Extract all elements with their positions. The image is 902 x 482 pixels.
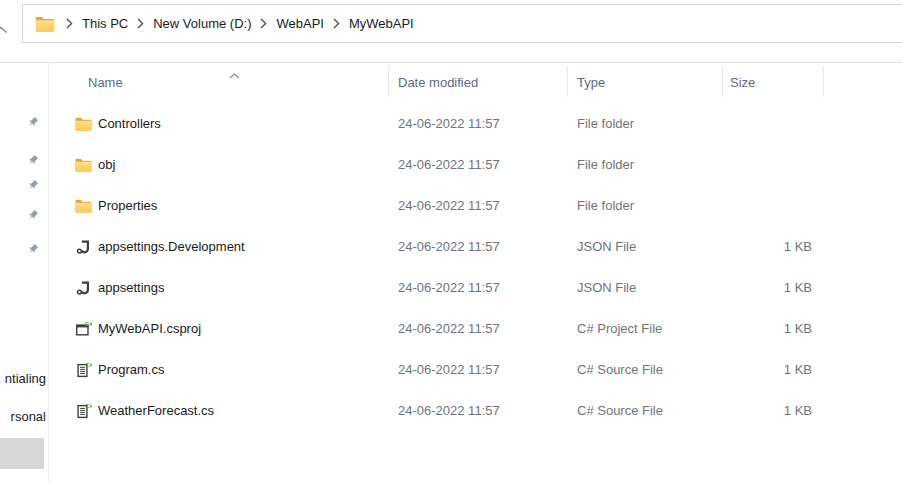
file-size: 1 KB	[784, 280, 812, 295]
file-date-modified: 24-06-2022 11:57	[398, 198, 500, 213]
file-date-modified: 24-06-2022 11:57	[398, 321, 500, 336]
explorer-top-bar: This PCNew Volume (D:)WebAPIMyWebAPI	[0, 0, 902, 62]
svg-text:C#: C#	[85, 403, 92, 409]
file-row[interactable]: obj24-06-2022 11:57File folder	[48, 144, 902, 185]
folder-icon	[75, 156, 92, 173]
pin-icon[interactable]	[26, 242, 39, 255]
breadcrumb-chevron-right-icon[interactable]	[333, 18, 340, 29]
json-icon	[75, 279, 92, 296]
file-row[interactable]: C#Program.cs24-06-2022 11:57C# Source Fi…	[48, 349, 902, 390]
svg-text:C#: C#	[85, 362, 92, 368]
file-date-modified: 24-06-2022 11:57	[398, 280, 500, 295]
file-date-modified: 24-06-2022 11:57	[398, 362, 500, 377]
address-bar[interactable]: This PCNew Volume (D:)WebAPIMyWebAPI	[22, 4, 902, 43]
nav-item-selected-highlight[interactable]	[0, 438, 44, 469]
file-type: File folder	[577, 157, 634, 172]
file-name: Controllers	[98, 116, 161, 131]
file-size: 1 KB	[784, 403, 812, 418]
csproj-icon: C#	[75, 320, 92, 337]
breadcrumb-item[interactable]: MyWebAPI	[349, 16, 414, 31]
file-type: File folder	[577, 198, 634, 213]
column-divider[interactable]	[388, 66, 389, 97]
file-date-modified: 24-06-2022 11:57	[398, 403, 500, 418]
file-type: File folder	[577, 116, 634, 131]
file-name: appsettings	[98, 280, 165, 295]
nav-item-label-truncated[interactable]: ntialing	[5, 371, 46, 386]
column-divider[interactable]	[567, 66, 568, 97]
breadcrumb-item[interactable]: This PC	[82, 16, 128, 31]
file-name: Program.cs	[98, 362, 164, 377]
column-header-date-modified[interactable]: Date modified	[398, 75, 478, 90]
file-row[interactable]: C#MyWebAPI.csproj24-06-2022 11:57C# Proj…	[48, 308, 902, 349]
explorer-content: ntialing rsonal Name Date modified Type …	[0, 62, 902, 482]
breadcrumb-chevron-right-icon[interactable]	[260, 18, 267, 29]
file-type: C# Source File	[577, 403, 663, 418]
file-row[interactable]: Controllers24-06-2022 11:57File folder	[48, 103, 902, 144]
file-name: appsettings.Development	[98, 239, 245, 254]
file-row[interactable]: C#WeatherForecast.cs24-06-2022 11:57C# S…	[48, 390, 902, 431]
navigate-up-icon[interactable]	[0, 20, 8, 38]
pin-icon[interactable]	[26, 178, 39, 191]
sort-ascending-caret-icon	[229, 65, 240, 83]
column-divider[interactable]	[722, 66, 723, 97]
column-header-name[interactable]: Name	[88, 75, 123, 90]
file-row[interactable]: Properties24-06-2022 11:57File folder	[48, 185, 902, 226]
json-icon	[75, 238, 92, 255]
folder-icon	[35, 16, 55, 32]
file-row[interactable]: appsettings24-06-2022 11:57JSON File1 KB	[48, 267, 902, 308]
file-size: 1 KB	[784, 239, 812, 254]
file-name: obj	[98, 157, 115, 172]
svg-text:C#: C#	[85, 321, 92, 327]
breadcrumb: This PCNew Volume (D:)WebAPIMyWebAPI	[57, 16, 414, 31]
file-type: JSON File	[577, 280, 636, 295]
file-size: 1 KB	[784, 362, 812, 377]
file-list: Name Date modified Type Size Controllers…	[48, 63, 902, 482]
column-header-size[interactable]: Size	[730, 75, 755, 90]
cs-icon: C#	[75, 361, 92, 378]
file-name: WeatherForecast.cs	[98, 403, 214, 418]
file-date-modified: 24-06-2022 11:57	[398, 239, 500, 254]
breadcrumb-chevron-right-icon[interactable]	[66, 18, 73, 29]
file-name: Properties	[98, 198, 157, 213]
navigation-pane: ntialing rsonal	[0, 63, 49, 482]
file-type: C# Source File	[577, 362, 663, 377]
pin-icon[interactable]	[26, 153, 39, 166]
breadcrumb-item[interactable]: WebAPI	[276, 16, 323, 31]
nav-item-label-truncated[interactable]: rsonal	[11, 409, 46, 424]
folder-icon	[75, 197, 92, 214]
file-type: JSON File	[577, 239, 636, 254]
file-type: C# Project File	[577, 321, 662, 336]
column-header-type[interactable]: Type	[577, 75, 605, 90]
column-header-row: Name Date modified Type Size	[48, 63, 902, 103]
file-name: MyWebAPI.csproj	[98, 321, 201, 336]
file-date-modified: 24-06-2022 11:57	[398, 157, 500, 172]
column-divider[interactable]	[823, 66, 824, 97]
breadcrumb-chevron-right-icon[interactable]	[137, 18, 144, 29]
file-size: 1 KB	[784, 321, 812, 336]
breadcrumb-item[interactable]: New Volume (D:)	[153, 16, 251, 31]
folder-icon	[75, 115, 92, 132]
file-row[interactable]: appsettings.Development24-06-2022 11:57J…	[48, 226, 902, 267]
cs-icon: C#	[75, 402, 92, 419]
pin-icon[interactable]	[26, 115, 39, 128]
pin-icon[interactable]	[26, 208, 39, 221]
file-date-modified: 24-06-2022 11:57	[398, 116, 500, 131]
